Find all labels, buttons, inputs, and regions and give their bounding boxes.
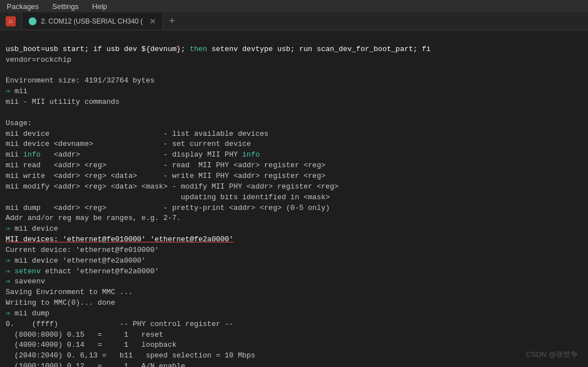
- line-1: usb_boot=usb start; if usb dev ${devnum}…: [6, 45, 431, 53]
- menu-bar: Packages Settings Help: [0, 0, 588, 12]
- line-19: MII devices: 'ethernet@fe010000' 'ethern…: [6, 235, 234, 244]
- line-5: ⇒ mii: [6, 87, 28, 95]
- line-27: 0. (ffff) -- PHY control register --: [6, 320, 234, 328]
- tab-close-button[interactable]: ✕: [149, 17, 156, 26]
- line-6: mii - MII utility commands: [6, 98, 120, 106]
- line-24: Saving Environment to MMC ...: [6, 288, 133, 296]
- line-15: updating bits identified in <mask>: [6, 193, 330, 201]
- line-13: mii write <addr> <reg> <data> - write MI…: [6, 172, 326, 180]
- line-23: ⇒ saveenv: [6, 277, 45, 286]
- line-4: Environment size: 4191/32764 bytes: [6, 76, 154, 85]
- line-8: Usage:: [6, 119, 32, 127]
- watermark: CSDN @张世争: [526, 350, 578, 360]
- line-10: mii device <devname> - set current devic…: [6, 140, 251, 148]
- tab-label: 2. COM12 (USB-SERIAL CH340 (: [41, 17, 143, 25]
- tab-home[interactable]: ⌂: [0, 12, 22, 30]
- line-28: (8000:8000) 0.15 = 1 reset: [6, 331, 163, 339]
- terminal-output: usb_boot=usb start; if usb dev ${devnum}…: [0, 30, 588, 367]
- tab-add-button[interactable]: +: [163, 12, 181, 30]
- tab-bar: ⌂ 2. COM12 (USB-SERIAL CH340 ( ✕ +: [0, 12, 588, 30]
- line-31: (1000:1000) 0.12 = 1 A/N enable: [6, 362, 185, 367]
- menu-packages[interactable]: Packages: [4, 1, 41, 12]
- line-29: (4000:4000) 0.14 = 1 loopback: [6, 341, 176, 349]
- menu-help[interactable]: Help: [90, 1, 110, 12]
- line-12: mii read <addr> <reg> - read MII PHY <ad…: [6, 161, 326, 169]
- tab-active-com12[interactable]: 2. COM12 (USB-SERIAL CH340 ( ✕: [22, 12, 163, 30]
- line-18: ⇒ mii device: [6, 224, 58, 233]
- serial-icon: [29, 17, 37, 25]
- line-22: ⇒ setenv ethact 'ethernet@fe2a0000': [6, 267, 159, 276]
- line-17: Addr and/or reg may be ranges, e.g. 2-7.: [6, 214, 181, 222]
- home-icon: ⌂: [6, 16, 16, 26]
- line-25: Writing to MMC(0)... done: [6, 299, 115, 307]
- menu-settings[interactable]: Settings: [50, 1, 81, 12]
- line-14: mii modify <addr> <reg> <data> <mask> - …: [6, 182, 339, 191]
- line-30: (2040:2040) 0. 6,13 = b11 speed selectio…: [6, 351, 256, 360]
- line-20: Current device: 'ethernet@fe010000': [6, 246, 159, 254]
- line-2: vendor=rockchip: [6, 56, 71, 64]
- line-11: mii info <addr> - display MII PHY info: [6, 150, 260, 159]
- line-26: ⇒ mii dump: [6, 309, 49, 318]
- line-9: mii device - list available devices: [6, 130, 268, 138]
- line-21: ⇒ mii device 'ethernet@fe2a0000': [6, 256, 146, 265]
- line-16: mii dump <addr> <reg> - pretty-print <ad…: [6, 204, 330, 212]
